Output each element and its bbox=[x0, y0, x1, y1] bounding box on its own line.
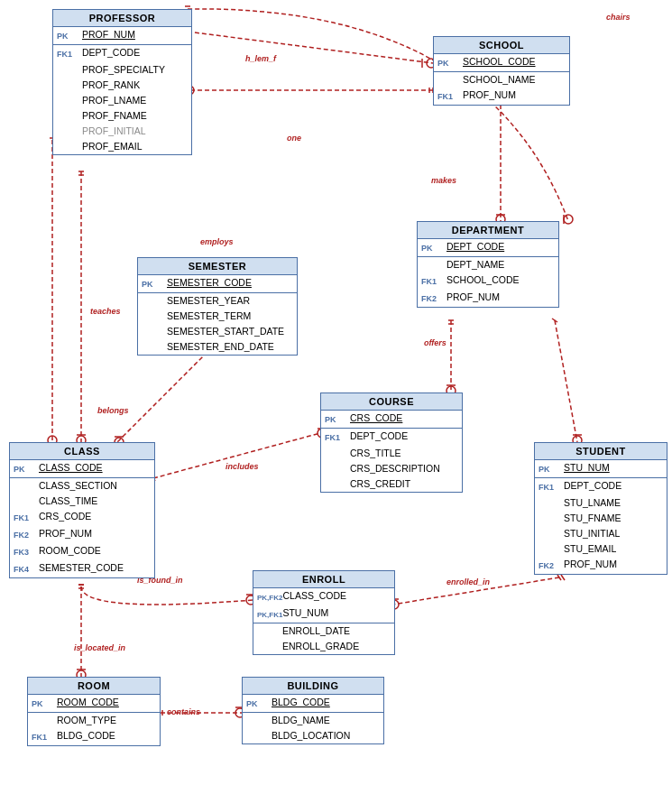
professor-rank-row: PROF_RANK bbox=[53, 78, 191, 93]
entity-building-header: BUILDING bbox=[243, 678, 383, 695]
entity-class-header: CLASS bbox=[10, 443, 154, 460]
dept-fk1-row: FK1 SCHOOL_CODE bbox=[418, 272, 558, 290]
rel-label-includes: includes bbox=[226, 462, 259, 471]
entity-school-body: PK SCHOOL_CODE SCHOOL_NAME FK1 PROF_NUM bbox=[434, 54, 569, 105]
professor-fk1-row: FK1 DEPT_CODE bbox=[53, 44, 191, 62]
school-pk-row: PK SCHOOL_CODE bbox=[434, 54, 569, 71]
sem-year: SEMESTER_YEAR bbox=[167, 294, 293, 308]
enroll-class-code: CLASS_CODE bbox=[282, 589, 391, 603]
professor-fk1-label: FK1 bbox=[57, 46, 82, 61]
entity-building: BUILDING PK BLDG_CODE BLDG_NAME BLDG_LOC… bbox=[242, 677, 384, 744]
room-pk-row: PK ROOM_CODE bbox=[28, 695, 160, 712]
entity-semester-header: SEMESTER bbox=[138, 258, 297, 275]
rel-label-islocatedin: is_located_in bbox=[74, 643, 125, 652]
stu-lname: STU_LNAME bbox=[564, 496, 663, 510]
svg-line-35 bbox=[557, 575, 561, 580]
room-type-row: ROOM_TYPE bbox=[28, 712, 160, 728]
professor-specialty-row: PROF_SPECIALTY bbox=[53, 62, 191, 78]
enroll-date-row: ENROLL_DATE bbox=[253, 623, 394, 639]
entity-class: CLASS PK CLASS_CODE CLASS_SECTION CLASS_… bbox=[9, 442, 155, 578]
dept-prof-num: PROF_NUM bbox=[446, 291, 555, 304]
stu-email-row: STU_EMAIL bbox=[535, 541, 667, 557]
stu-fname: STU_FNAME bbox=[564, 512, 663, 525]
bldg-name-row: BLDG_NAME bbox=[243, 712, 383, 728]
room-bldg-code: BLDG_CODE bbox=[57, 729, 156, 743]
crs-description: CRS_DESCRIPTION bbox=[350, 462, 458, 476]
room-code: ROOM_CODE bbox=[57, 696, 156, 709]
entity-room-header: ROOM bbox=[28, 678, 160, 695]
school-name: SCHOOL_NAME bbox=[463, 73, 566, 87]
sem-code: SEMESTER_CODE bbox=[167, 276, 293, 290]
stu-dept-code: DEPT_CODE bbox=[564, 479, 663, 493]
entity-enroll-header: ENROLL bbox=[253, 571, 394, 588]
entity-student-header: STUDENT bbox=[535, 443, 667, 460]
school-code: SCHOOL_CODE bbox=[463, 55, 566, 69]
professor-initial-row: PROF_INITIAL bbox=[53, 124, 191, 139]
professor-specialty: PROF_SPECIALTY bbox=[82, 63, 188, 77]
professor-dept-code: DEPT_CODE bbox=[82, 46, 188, 60]
crs-title: CRS_TITLE bbox=[350, 447, 458, 460]
crs-dept-code: DEPT_CODE bbox=[350, 429, 458, 443]
stu-initial-row: STU_INITIAL bbox=[535, 526, 667, 541]
entity-student: STUDENT PK STU_NUM FK1 DEPT_CODE STU_LNA… bbox=[534, 442, 667, 575]
crs-credit: CRS_CREDIT bbox=[350, 477, 458, 491]
crs-pk-row: PK CRS_CODE bbox=[321, 411, 462, 428]
bldg-pk-row: PK BLDG_CODE bbox=[243, 695, 383, 712]
class-prof-num: PROF_NUM bbox=[39, 527, 151, 540]
class-crs-code: CRS_CODE bbox=[39, 510, 151, 523]
professor-initial: PROF_INITIAL bbox=[82, 125, 188, 138]
crs-code: CRS_CODE bbox=[350, 411, 458, 425]
class-time-row: CLASS_TIME bbox=[10, 494, 154, 509]
professor-lname-row: PROF_LNAME bbox=[53, 93, 191, 108]
sem-term: SEMESTER_TERM bbox=[167, 309, 293, 323]
entity-enroll-body: PK,FK2 CLASS_CODE PK,FK1 STU_NUM ENROLL_… bbox=[253, 588, 394, 654]
dept-pk-row: PK DEPT_CODE bbox=[418, 239, 558, 256]
stu-fk2-row: FK2 PROF_NUM bbox=[535, 557, 667, 574]
professor-email: PROF_EMAIL bbox=[82, 140, 188, 153]
class-time: CLASS_TIME bbox=[39, 494, 151, 508]
sem-end-row: SEMESTER_END_DATE bbox=[138, 339, 297, 355]
class-fk3-row: FK3 ROOM_CODE bbox=[10, 543, 154, 560]
rel-label-teaches: teaches bbox=[90, 307, 121, 316]
class-room-code: ROOM_CODE bbox=[39, 544, 151, 558]
school-name-row: SCHOOL_NAME bbox=[434, 71, 569, 88]
rel-label-offers: offers bbox=[424, 338, 446, 347]
stu-initial: STU_INITIAL bbox=[564, 527, 663, 540]
entity-department: DEPARTMENT PK DEPT_CODE DEPT_NAME FK1 SC… bbox=[417, 221, 559, 308]
rel-label-employs: employs bbox=[200, 237, 234, 246]
enroll-stu-num: STU_NUM bbox=[282, 606, 391, 620]
entity-student-body: PK STU_NUM FK1 DEPT_CODE STU_LNAME STU_F… bbox=[535, 460, 667, 574]
stu-num: STU_NUM bbox=[564, 461, 663, 475]
dept-name: DEPT_NAME bbox=[446, 258, 555, 272]
professor-email-row: PROF_EMAIL bbox=[53, 139, 191, 154]
bldg-location-row: BLDG_LOCATION bbox=[243, 728, 383, 743]
dept-code: DEPT_CODE bbox=[446, 240, 555, 254]
school-prof-num: PROF_NUM bbox=[463, 88, 566, 102]
rel-label-contains: contains bbox=[167, 707, 200, 716]
entity-room: ROOM PK ROOM_CODE ROOM_TYPE FK1 BLDG_COD… bbox=[27, 677, 161, 746]
entity-course-body: PK CRS_CODE FK1 DEPT_CODE CRS_TITLE CRS_… bbox=[321, 411, 462, 492]
stu-pk-row: PK STU_NUM bbox=[535, 460, 667, 477]
crs-desc-row: CRS_DESCRIPTION bbox=[321, 461, 462, 476]
school-fk1-row: FK1 PROF_NUM bbox=[434, 88, 569, 105]
er-diagram: h_lem_f chairs one makes employs offers … bbox=[0, 0, 672, 785]
rel-label-makes: makes bbox=[431, 176, 456, 185]
entity-enroll: ENROLL PK,FK2 CLASS_CODE PK,FK1 STU_NUM … bbox=[253, 570, 395, 655]
professor-fname: PROF_FNAME bbox=[82, 109, 188, 123]
svg-point-6 bbox=[564, 215, 573, 224]
rel-label-belongs: belongs bbox=[97, 406, 129, 415]
professor-prof-num: PROF_NUM bbox=[82, 28, 188, 42]
room-type: ROOM_TYPE bbox=[57, 714, 156, 727]
entity-class-body: PK CLASS_CODE CLASS_SECTION CLASS_TIME F… bbox=[10, 460, 154, 577]
room-fk1-row: FK1 BLDG_CODE bbox=[28, 728, 160, 745]
entity-school: SCHOOL PK SCHOOL_CODE SCHOOL_NAME FK1 PR… bbox=[433, 36, 570, 106]
class-fk1-row: FK1 CRS_CODE bbox=[10, 509, 154, 526]
crs-fk1-row: FK1 DEPT_CODE bbox=[321, 428, 462, 446]
sem-term-row: SEMESTER_TERM bbox=[138, 309, 297, 324]
class-section-row: CLASS_SECTION bbox=[10, 477, 154, 494]
class-pk-row: PK CLASS_CODE bbox=[10, 460, 154, 477]
sem-pk-row: PK SEMESTER_CODE bbox=[138, 275, 297, 292]
bldg-code: BLDG_CODE bbox=[272, 696, 380, 709]
class-section: CLASS_SECTION bbox=[39, 479, 151, 493]
sem-start-row: SEMESTER_START_DATE bbox=[138, 324, 297, 339]
